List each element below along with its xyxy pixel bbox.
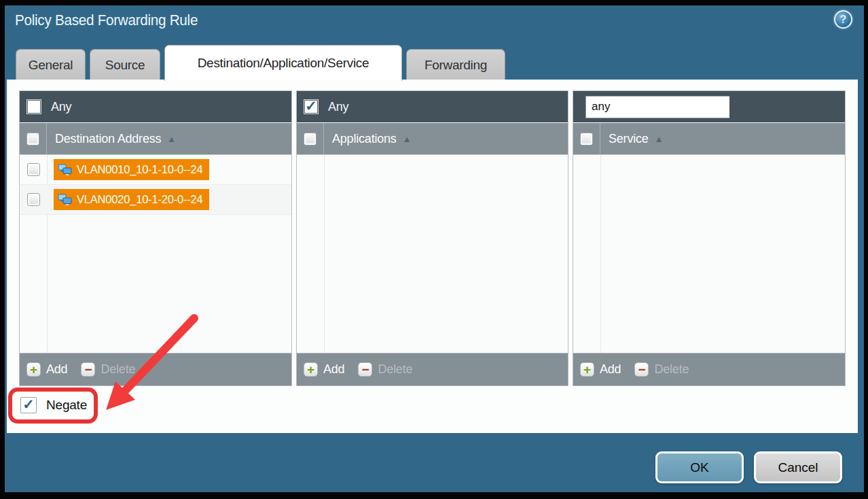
delete-button[interactable]: − Delete	[358, 362, 412, 377]
dialog-title: Policy Based Forwarding Rule	[15, 12, 198, 29]
delete-button[interactable]: − Delete	[634, 362, 689, 377]
minus-icon: −	[81, 362, 95, 377]
plus-icon: +	[304, 362, 318, 377]
table-row[interactable]: VLAN0010_10-1-10-0--24	[20, 155, 291, 185]
help-icon[interactable]: ?	[834, 10, 852, 29]
service-list	[573, 154, 845, 353]
pbf-rule-dialog: Policy Based Forwarding Rule ? General S…	[0, 0, 868, 499]
service-select-all-checkbox[interactable]	[580, 133, 593, 145]
network-address-icon	[58, 194, 72, 206]
negate-row: Negate	[20, 397, 87, 413]
plus-icon: +	[26, 362, 41, 377]
service-header[interactable]: Service	[609, 132, 649, 146]
destination-address-header-bar: Destination Address ▲	[20, 122, 291, 154]
applications-footer-bar: + Add − Delete	[297, 353, 568, 385]
negate-checkbox[interactable]	[20, 397, 37, 413]
ok-button[interactable]: OK	[655, 451, 744, 483]
destination-any-bar: Any	[20, 91, 291, 122]
service-header-bar: Service ▲	[573, 122, 845, 154]
destination-address-column: Any Destination Address ▲	[19, 90, 292, 386]
minus-icon: −	[358, 362, 372, 377]
destination-address-header[interactable]: Destination Address	[55, 132, 161, 146]
applications-any-bar: Any	[297, 91, 568, 122]
applications-list	[297, 154, 568, 353]
add-button[interactable]: + Add	[304, 362, 344, 377]
address-object-label: VLAN0020_10-1-20-0--24	[77, 193, 202, 206]
sort-ascending-icon[interactable]: ▲	[403, 134, 412, 144]
row-checkbox[interactable]	[27, 193, 40, 206]
applications-select-all-checkbox[interactable]	[304, 133, 317, 145]
add-button[interactable]: + Add	[580, 362, 621, 377]
service-footer-bar: + Add − Delete	[573, 353, 845, 385]
add-button[interactable]: + Add	[26, 362, 67, 377]
network-address-icon	[58, 164, 72, 176]
negate-label: Negate	[46, 398, 87, 413]
applications-any-label: Any	[328, 100, 348, 114]
service-dropdown[interactable]: any ▼	[585, 96, 729, 118]
tab-source[interactable]: Source	[90, 49, 160, 80]
tab-content-panel: Any Destination Address ▲	[7, 80, 858, 433]
service-dropdown-value: any	[585, 96, 729, 118]
plus-icon: +	[580, 362, 594, 377]
minus-icon: −	[634, 362, 649, 377]
sort-ascending-icon[interactable]: ▲	[167, 134, 176, 144]
destination-any-checkbox[interactable]	[26, 99, 41, 114]
address-object-chip[interactable]: VLAN0010_10-1-10-0--24	[54, 159, 209, 180]
destination-select-all-checkbox[interactable]	[26, 133, 39, 145]
applications-header[interactable]: Applications	[332, 132, 397, 146]
service-column: any ▼ Service ▲ + Add − Delete	[573, 90, 846, 386]
address-object-chip[interactable]: VLAN0020_10-1-20-0--24	[54, 189, 209, 210]
sort-ascending-icon[interactable]: ▲	[655, 134, 664, 144]
delete-button[interactable]: − Delete	[81, 362, 135, 377]
applications-any-checkbox[interactable]	[304, 99, 319, 114]
tab-forwarding[interactable]: Forwarding	[406, 49, 505, 80]
applications-header-bar: Applications ▲	[297, 122, 568, 154]
service-any-bar: any ▼	[573, 91, 845, 122]
address-object-label: VLAN0010_10-1-10-0--24	[77, 163, 202, 176]
destination-any-label: Any	[51, 100, 71, 114]
destination-address-list: VLAN0010_10-1-10-0--24 VLAN	[20, 154, 291, 353]
applications-column: Any Applications ▲ + Add − Delete	[296, 90, 568, 386]
row-checkbox[interactable]	[27, 163, 40, 176]
destination-footer-bar: + Add − Delete	[20, 353, 291, 385]
cancel-button[interactable]: Cancel	[754, 451, 842, 483]
table-row[interactable]: VLAN0020_10-1-20-0--24	[20, 185, 291, 215]
tab-general[interactable]: General	[16, 49, 86, 80]
tab-destination-application-service[interactable]: Destination/Application/Service	[164, 45, 402, 81]
